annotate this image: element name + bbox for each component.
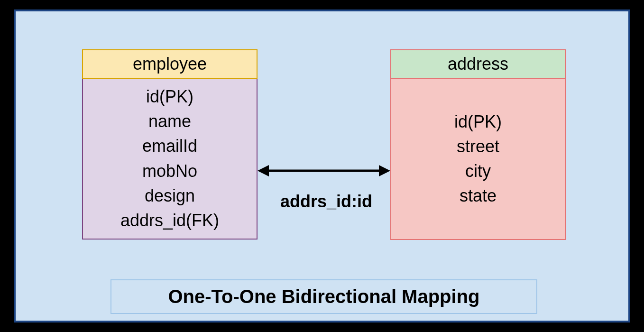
- entity-employee: employee id(PK) name emailId mobNo desig…: [82, 49, 258, 240]
- entity-field: name: [83, 109, 257, 134]
- bidirectional-arrow-icon: [258, 161, 390, 180]
- diagram-canvas: employee id(PK) name emailId mobNo desig…: [14, 9, 630, 323]
- entity-field: id(PK): [83, 84, 257, 109]
- svg-marker-2: [379, 165, 390, 176]
- entity-employee-header: employee: [82, 49, 258, 79]
- entity-field: city: [391, 159, 565, 184]
- svg-marker-1: [258, 165, 269, 176]
- entity-field: id(PK): [391, 110, 565, 134]
- relation-label: addrs_id:id: [267, 192, 386, 212]
- entity-address-body: id(PK) street city state: [390, 79, 566, 240]
- entity-field: mobNo: [83, 159, 257, 184]
- entity-field: addrs_id(FK): [83, 208, 257, 233]
- entity-field: design: [83, 184, 257, 208]
- entity-employee-body: id(PK) name emailId mobNo design addrs_i…: [82, 79, 258, 240]
- entity-address: address id(PK) street city state: [390, 49, 566, 240]
- diagram-caption: One-To-One Bidirectional Mapping: [110, 279, 537, 314]
- entity-field: street: [391, 134, 565, 159]
- entity-field: emailId: [83, 134, 257, 158]
- entity-field: state: [391, 184, 565, 208]
- entity-address-header: address: [390, 49, 566, 79]
